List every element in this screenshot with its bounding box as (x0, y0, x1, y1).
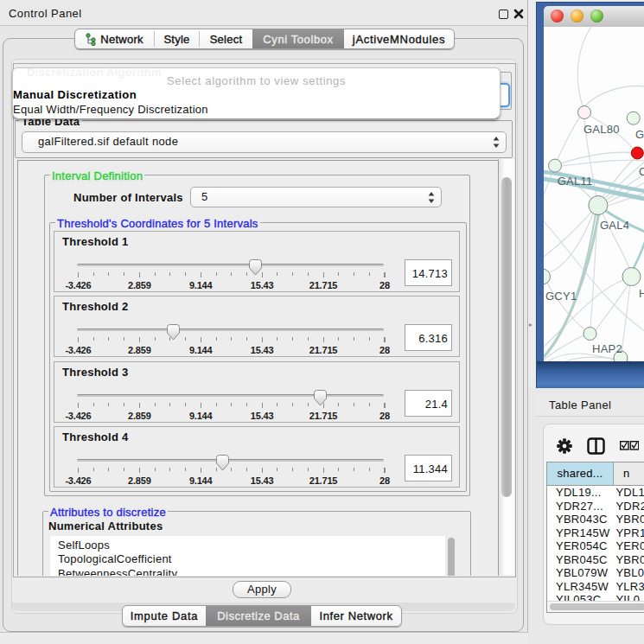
svg-text:GA: GA (635, 128, 644, 141)
svg-text:GAL4: GAL4 (600, 219, 629, 232)
svg-text:H: H (639, 287, 644, 300)
svg-text:HAP2: HAP2 (592, 342, 622, 355)
svg-text:GAL80: GAL80 (583, 123, 620, 136)
svg-text:GAL11: GAL11 (558, 175, 593, 188)
svg-text:C: C (639, 165, 644, 178)
svg-text:GCY1: GCY1 (545, 290, 577, 303)
